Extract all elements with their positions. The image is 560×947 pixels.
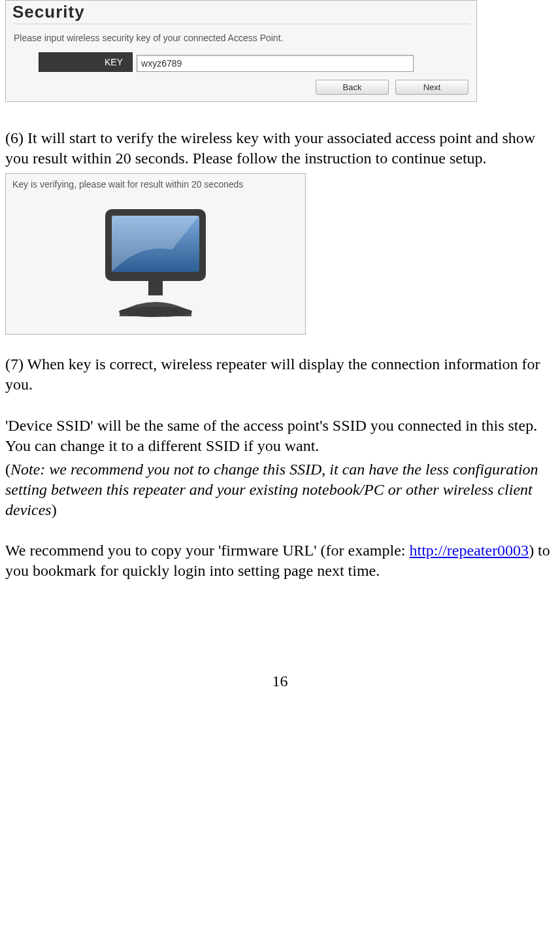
divider — [12, 24, 470, 25]
computer-monitor-icon — [100, 204, 211, 318]
security-title: Security — [12, 2, 85, 22]
firmware-paragraph: We recommend you to copy your 'firmware … — [5, 540, 555, 580]
page-number: 16 — [5, 673, 555, 690]
note-open: ( — [5, 461, 10, 478]
verifying-subtitle: Key is verifying, please wait for result… — [6, 174, 305, 196]
paragraph-6: (6) It will start to verify the wireless… — [5, 128, 555, 168]
security-dialog: Security Please input wireless security … — [5, 0, 477, 102]
monitor-image-wrap — [6, 196, 305, 334]
firmware-pre: We recommend you to copy your 'firmware … — [5, 542, 410, 559]
button-row: Back Next — [6, 80, 476, 101]
svg-rect-2 — [148, 281, 163, 295]
verifying-dialog: Key is verifying, please wait for result… — [5, 173, 306, 335]
key-label: KEY — [39, 52, 133, 72]
ssid-paragraph: 'Device SSID' will be the same of the ac… — [5, 416, 555, 456]
back-button[interactable]: Back — [316, 80, 389, 95]
key-input[interactable] — [137, 55, 414, 72]
page: Security Please input wireless security … — [0, 0, 560, 690]
svg-point-3 — [119, 307, 192, 317]
next-button[interactable]: Next — [395, 80, 469, 95]
note-paragraph: (Note: we recommend you not to change th… — [5, 459, 555, 520]
note-close: ) — [52, 501, 57, 518]
key-row: KEY — [6, 52, 476, 80]
paragraph-7: (7) When key is correct, wireless repeat… — [5, 354, 555, 394]
note-text: Note: we recommend you not to change thi… — [5, 461, 538, 518]
security-header: Security — [6, 1, 476, 22]
key-input-wrap — [137, 53, 469, 72]
firmware-link[interactable]: http://repeater0003 — [410, 542, 529, 559]
security-subtitle: Please input wireless security key of yo… — [6, 33, 476, 52]
